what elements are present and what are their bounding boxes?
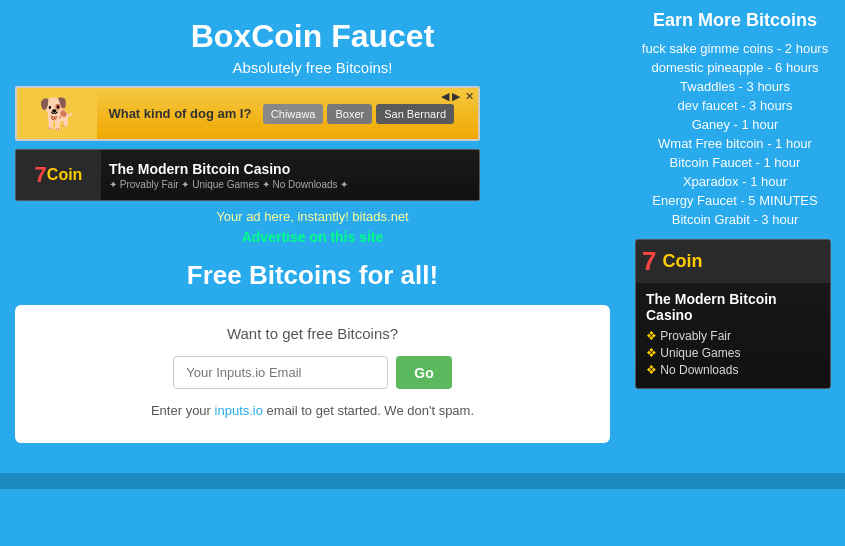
input-row: Go [40, 356, 585, 389]
dog-btn-boxer[interactable]: Boxer [327, 104, 372, 124]
dog-ad-buttons: Chiwawa Boxer San Bernard [263, 104, 478, 124]
inputs-link[interactable]: inputs.io [215, 403, 263, 418]
right-casino-feature-1: Unique Games [646, 346, 820, 360]
list-item[interactable]: Xparadox - 1 hour [635, 174, 835, 189]
ad-nav-arrows[interactable]: ◀ ▶ [441, 90, 460, 103]
right-casino-7-icon: 7 [642, 246, 656, 277]
list-item[interactable]: Bitcoin Faucet - 1 hour [635, 155, 835, 170]
right-casino-feature-0: Provably Fair [646, 329, 820, 343]
list-item[interactable]: Ganey - 1 hour [635, 117, 835, 132]
ad-here-text: Your ad here, instantly! bitads.net [15, 209, 610, 224]
advertise-link[interactable]: Advertise on this site [242, 229, 384, 245]
earn-link-3[interactable]: dev faucet - 3 hours [678, 98, 793, 113]
list-item[interactable]: fuck sake gimme coins - 2 hours [635, 41, 835, 56]
right-casino-title: The Modern Bitcoin Casino [646, 291, 820, 323]
earn-link-2[interactable]: Twaddles - 3 hours [680, 79, 790, 94]
earn-title: Earn More Bitcoins [635, 10, 835, 31]
earn-link-8[interactable]: Energy Faucet - 5 MINUTES [652, 193, 817, 208]
casino-ad-banner: 7 Coin The Modern Bitcoin Casino ✦ Prova… [15, 149, 480, 201]
casino-features: ✦ Provably Fair ✦ Unique Games ✦ No Down… [109, 179, 471, 190]
casino-logo: 7 Coin [16, 150, 101, 200]
earn-link-4[interactable]: Ganey - 1 hour [692, 117, 779, 132]
form-box: Want to get free Bitcoins? Go Enter your… [15, 305, 610, 443]
right-casino-body: The Modern Bitcoin Casino Provably Fair … [636, 283, 830, 388]
site-title: BoxCoin Faucet [15, 18, 610, 55]
right-casino-features: Provably Fair Unique Games No Downloads [646, 329, 820, 377]
ad-close-icon[interactable]: ✕ [465, 90, 474, 103]
list-item[interactable]: Twaddles - 3 hours [635, 79, 835, 94]
bottom-bar [0, 473, 845, 489]
list-item[interactable]: dev faucet - 3 hours [635, 98, 835, 113]
right-casino-feature-2: No Downloads [646, 363, 820, 377]
dog-btn-sanbernard[interactable]: San Bernard [376, 104, 454, 124]
dog-ad-question: What kind of dog am I? [97, 106, 263, 121]
earn-link-0[interactable]: fuck sake gimme coins - 2 hours [642, 41, 828, 56]
earn-link-6[interactable]: Bitcoin Faucet - 1 hour [670, 155, 801, 170]
dog-ad-icon-area: 🐕 [17, 88, 97, 139]
casino-text-area: The Modern Bitcoin Casino ✦ Provably Fai… [101, 157, 479, 194]
form-note: Enter your inputs.io email to get starte… [40, 403, 585, 418]
dog-ad-banner: 🐕 What kind of dog am I? Chiwawa Boxer S… [15, 86, 480, 141]
right-casino-banner: 7 Coin The Modern Bitcoin Casino Provabl… [635, 239, 831, 389]
earn-link-7[interactable]: Xparadox - 1 hour [683, 174, 787, 189]
casino-7-icon: 7 [35, 162, 47, 188]
earn-list: fuck sake gimme coins - 2 hours domestic… [635, 41, 835, 227]
form-prompt: Want to get free Bitcoins? [40, 325, 585, 342]
right-column: Earn More Bitcoins fuck sake gimme coins… [625, 0, 845, 463]
casino-coin-text: Coin [47, 166, 83, 184]
advertise-link-container[interactable]: Advertise on this site [15, 228, 610, 246]
form-note-prefix: Enter your [151, 403, 215, 418]
go-button[interactable]: Go [396, 356, 451, 389]
earn-link-9[interactable]: Bitcoin Grabit - 3 hour [672, 212, 798, 227]
form-note-suffix: email to get started. We don't spam. [263, 403, 474, 418]
dog-icon: 🐕 [39, 96, 76, 131]
earn-link-1[interactable]: domestic pineapple - 6 hours [652, 60, 819, 75]
list-item[interactable]: domestic pineapple - 6 hours [635, 60, 835, 75]
site-subtitle: Absolutely free Bitcoins! [15, 59, 610, 76]
list-item[interactable]: Wmat Free bitcoin - 1 hour [635, 136, 835, 151]
list-item[interactable]: Bitcoin Grabit - 3 hour [635, 212, 835, 227]
list-item[interactable]: Energy Faucet - 5 MINUTES [635, 193, 835, 208]
email-input[interactable] [173, 356, 388, 389]
right-casino-top: 7 Coin [636, 240, 830, 283]
dog-btn-chiwawa[interactable]: Chiwawa [263, 104, 324, 124]
main-title: Free Bitcoins for all! [15, 260, 610, 291]
earn-link-5[interactable]: Wmat Free bitcoin - 1 hour [658, 136, 812, 151]
casino-title: The Modern Bitcoin Casino [109, 161, 471, 177]
right-casino-coin-text: Coin [662, 251, 702, 272]
